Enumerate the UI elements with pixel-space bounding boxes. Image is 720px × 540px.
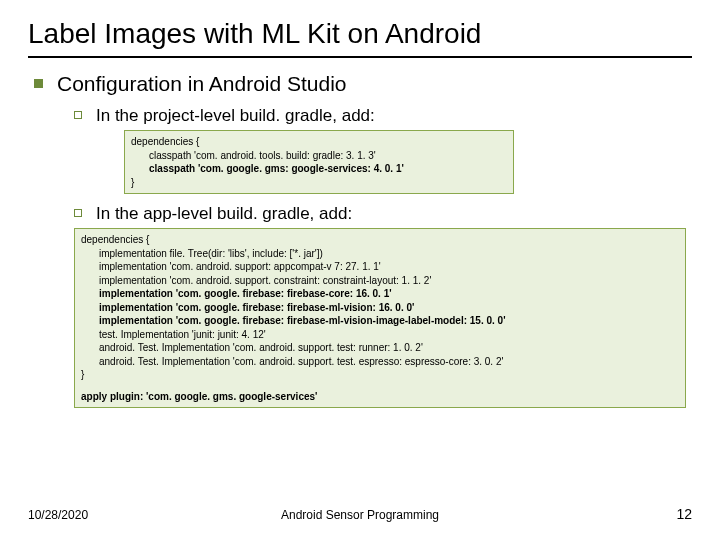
bullet-level2: In the app-level build. gradle, add: xyxy=(74,204,692,224)
bullet-level1: Configuration in Android Studio xyxy=(34,72,692,96)
subpoint-1: In the project-level build. gradle, add: xyxy=(96,106,375,126)
code-line: classpath 'com. android. tools. build: g… xyxy=(131,149,507,163)
code-line: dependencies { xyxy=(81,234,149,245)
code-line: implementation 'com. android. support. c… xyxy=(81,274,679,288)
slide-title: Label Images with ML Kit on Android xyxy=(28,18,692,50)
code-line: implementation file. Tree(dir: 'libs', i… xyxy=(81,247,679,261)
code-line: test. Implementation 'junit: junit: 4. 1… xyxy=(81,328,679,342)
code-line: classpath 'com. google. gms: google-serv… xyxy=(131,162,507,176)
code-line: implementation 'com. android. support: a… xyxy=(81,260,679,274)
subpoint-2: In the app-level build. gradle, add: xyxy=(96,204,352,224)
slide-footer: 10/28/2020 Android Sensor Programming 12 xyxy=(28,506,692,522)
code-line: } xyxy=(81,369,84,380)
hollow-square-bullet-icon xyxy=(74,111,82,119)
code-line: implementation 'com. google. firebase: f… xyxy=(81,301,679,315)
title-underline xyxy=(28,56,692,58)
code-line: dependencies { xyxy=(131,136,199,147)
section-heading: Configuration in Android Studio xyxy=(57,72,347,96)
footer-title: Android Sensor Programming xyxy=(28,508,692,522)
code-line: android. Test. Implementation 'com. andr… xyxy=(81,341,679,355)
code-line: } xyxy=(131,177,134,188)
square-bullet-icon xyxy=(34,79,43,88)
code-line: implementation 'com. google. firebase: f… xyxy=(81,314,679,328)
code-line: android. Test. Implementation 'com. andr… xyxy=(81,355,679,369)
hollow-square-bullet-icon xyxy=(74,209,82,217)
code-line: apply plugin: 'com. google. gms. google-… xyxy=(81,391,317,402)
bullet-level2: In the project-level build. gradle, add: xyxy=(74,106,692,126)
code-line: implementation 'com. google. firebase: f… xyxy=(81,287,679,301)
code-block-project-gradle: dependencies { classpath 'com. android. … xyxy=(124,130,514,194)
code-block-app-gradle: dependencies { implementation file. Tree… xyxy=(74,228,686,408)
